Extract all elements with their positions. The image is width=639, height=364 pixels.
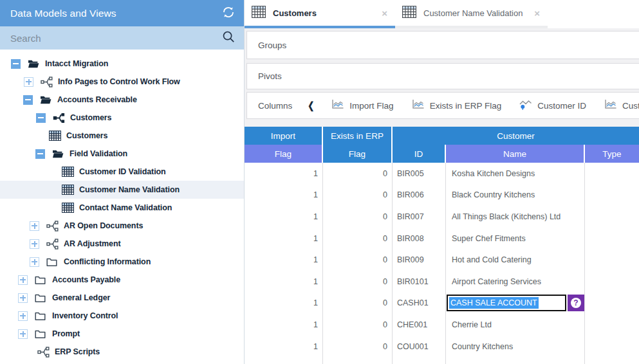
column-chip-customer-name[interactable]: Customer Name [604, 99, 639, 112]
header-import[interactable]: Import [245, 127, 323, 145]
column-chip-exists-in-erp-flag[interactable]: Exists in ERP Flag [411, 99, 502, 112]
tree-item-general-ledger[interactable]: General Ledger [0, 289, 244, 307]
cell-customer-name[interactable]: Kosha Kitchen Designs [446, 163, 585, 185]
column-chip-import-flag[interactable]: Import Flag [331, 99, 393, 112]
cell-import-flag[interactable]: 1 [245, 314, 323, 336]
refresh-icon[interactable] [221, 5, 236, 22]
cell-help-button[interactable]: ? [568, 295, 584, 311]
cell-import-flag[interactable]: 1 [245, 271, 323, 293]
cell-customer-id[interactable]: BIR008 [393, 228, 446, 250]
cell-customer-id[interactable]: BIR006 [393, 185, 446, 206]
cell-exists-in-erp-flag[interactable]: 0 [323, 249, 393, 271]
tree-item-intacct-migration[interactable]: Intacct Migration [0, 55, 244, 73]
header-customer-id[interactable]: ID [393, 145, 446, 163]
header-customer[interactable]: Customer [393, 127, 639, 145]
header-exists-in-erp-flag[interactable]: Flag [323, 145, 393, 163]
expand-toggle-icon[interactable] [18, 311, 28, 321]
tree-item-customer-name-validation[interactable]: Customer Name Validation [0, 181, 244, 199]
header-customer-name[interactable]: Name [446, 145, 585, 163]
cell-customer-id[interactable]: BIR007 [393, 206, 446, 228]
collapse-toggle-icon[interactable] [36, 113, 46, 123]
cell-exists-in-erp-flag[interactable]: 0 [323, 185, 393, 206]
cell-customer-name[interactable]: Hot and Cold Catering [446, 249, 585, 271]
line-chart-icon [411, 99, 425, 112]
tree-item-prompt[interactable]: Prompt [0, 325, 244, 343]
cell-import-flag[interactable]: 1 [245, 228, 323, 250]
cell-customer-name[interactable]: Super Chef Fitments [446, 228, 585, 250]
cell-customer-id[interactable]: CHE001 [393, 314, 446, 336]
cell-customer-type[interactable] [585, 336, 639, 358]
cell-customer-id[interactable]: BIR0101 [393, 271, 446, 293]
cell-customer-id[interactable]: CASH01 [393, 293, 446, 314]
cell-import-flag[interactable]: 1 [245, 249, 323, 271]
cell-customer-name-editing[interactable]: CASH SALE ACCOUNT? [446, 293, 585, 314]
cell-exists-in-erp-flag[interactable]: 0 [323, 336, 393, 358]
cell-import-flag[interactable]: 1 [245, 336, 323, 358]
tree-item-conflicting-information[interactable]: Conflicting Information [0, 253, 244, 271]
collapse-columns-chevron-icon[interactable]: ❮ [308, 100, 314, 111]
tree-item-info-pages-to-control-work-flow[interactable]: Info Pages to Control Work Flow [0, 73, 244, 91]
cell-exists-in-erp-flag[interactable]: 0 [323, 163, 393, 185]
cell-customer-type[interactable] [585, 185, 639, 206]
collapse-toggle-icon[interactable] [35, 149, 45, 159]
tree-item-customer-id-validation[interactable]: Customer ID Validation [0, 163, 244, 181]
cell-customer-name[interactable]: Country Kitchens [446, 336, 585, 358]
tree-item-contact-name-validation[interactable]: Contact Name Validation [0, 199, 244, 217]
tree-item-field-validation[interactable]: Field Validation [0, 145, 244, 163]
name-edit-input[interactable]: CASH SALE ACCOUNT [447, 295, 566, 311]
cell-import-flag[interactable]: 1 [245, 293, 323, 314]
expand-toggle-icon[interactable] [30, 221, 39, 231]
cell-customer-type[interactable] [585, 206, 639, 228]
cell-customer-id[interactable]: COU001 [393, 336, 446, 358]
cell-customer-name[interactable]: Black Country Kitchens [446, 185, 585, 206]
search-bar[interactable] [0, 26, 244, 50]
cell-exists-in-erp-flag[interactable]: 0 [323, 228, 393, 250]
header-exists-in-erp[interactable]: Exists in ERP [323, 127, 393, 145]
tree-item-inventory-control[interactable]: Inventory Control [0, 307, 244, 325]
tree-item-erp-scripts[interactable]: ERP Scripts [0, 343, 244, 361]
cell-customer-name[interactable]: Airport Catering Services [446, 271, 585, 293]
cell-exists-in-erp-flag[interactable]: 0 [323, 293, 393, 314]
expand-toggle-icon[interactable] [18, 293, 28, 303]
cell-customer-type[interactable] [585, 249, 639, 271]
expand-toggle-icon[interactable] [18, 275, 28, 285]
cell-customer-id[interactable]: BIR009 [393, 249, 446, 271]
column-chip-customer-id[interactable]: Customer ID [519, 99, 586, 112]
header-customer-type[interactable]: Type [585, 145, 639, 163]
expand-toggle-icon[interactable] [30, 239, 39, 249]
cell-customer-type[interactable] [585, 293, 639, 314]
expand-toggle-icon[interactable] [24, 77, 33, 87]
cell-customer-id[interactable]: BIR005 [393, 163, 446, 185]
tree-item-customers[interactable]: Customers [0, 127, 244, 145]
tree-item-ar-open-documents[interactable]: AR Open Documents [0, 217, 244, 235]
cell-customer-type[interactable] [585, 163, 639, 185]
cell-customer-type[interactable] [585, 314, 639, 336]
cell-import-flag[interactable]: 1 [245, 163, 323, 185]
cell-exists-in-erp-flag[interactable]: 0 [323, 206, 393, 228]
collapse-toggle-icon[interactable] [23, 95, 33, 105]
cell-exists-in-erp-flag[interactable]: 0 [323, 314, 393, 336]
groups-drop-zone[interactable]: Groups [246, 31, 639, 59]
expand-toggle-icon[interactable] [18, 329, 28, 339]
close-tab-icon[interactable]: × [382, 8, 387, 18]
cell-import-flag[interactable]: 1 [245, 206, 323, 228]
collapse-toggle-icon[interactable] [11, 59, 21, 69]
tab-customers[interactable]: Customers× [245, 0, 395, 28]
pivots-drop-zone[interactable]: Pivots [246, 63, 639, 89]
search-icon[interactable] [222, 30, 236, 46]
expand-toggle-icon[interactable] [30, 257, 39, 267]
cell-import-flag[interactable]: 1 [245, 185, 323, 206]
tree-item-accounts-payable[interactable]: Accounts Payable [0, 271, 244, 289]
cell-exists-in-erp-flag[interactable]: 0 [323, 271, 393, 293]
tree-item-accounts-receivable[interactable]: Accounts Receivable [0, 91, 244, 109]
cell-customer-name[interactable]: All Things Black (Kitchens) Ltd [446, 206, 585, 228]
header-import-flag[interactable]: Flag [245, 145, 323, 163]
tree-item-ar-adjustment[interactable]: AR Adjustment [0, 235, 244, 253]
search-input[interactable] [10, 33, 203, 44]
cell-customer-type[interactable] [585, 228, 639, 250]
tree-item-customers[interactable]: Customers [0, 109, 244, 127]
close-tab-icon[interactable]: × [534, 8, 540, 18]
tab-customer-name-validation[interactable]: Customer Name Validation× [395, 0, 548, 28]
cell-customer-name[interactable]: Cherrie Ltd [446, 314, 585, 336]
cell-customer-type[interactable] [585, 271, 639, 293]
